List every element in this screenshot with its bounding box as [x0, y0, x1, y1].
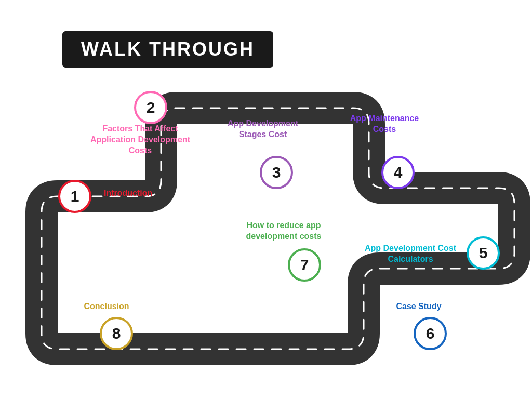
step-3-circle: 3	[260, 156, 293, 189]
step-7-label: How to reduce app development costs	[232, 220, 336, 242]
step-3-label: App Development Stages Cost	[227, 118, 299, 140]
step-6-label: Case Study	[388, 301, 450, 312]
step-5-circle: 5	[467, 236, 500, 270]
step-7-circle: 7	[288, 248, 321, 282]
step-4-circle: 4	[381, 156, 415, 189]
step-6-circle: 6	[414, 317, 447, 350]
step-1-label: Introduction	[104, 188, 152, 199]
step-2-circle: 2	[134, 91, 167, 124]
step-4-label: App Maintenance Costs	[348, 113, 421, 135]
step-8-label: Conclusion	[75, 301, 138, 312]
step-2-label: Factors That Affect Application Developm…	[88, 124, 192, 156]
step-1-circle: 1	[58, 180, 91, 213]
step-5-label: App Development Cost Calculators	[364, 243, 457, 265]
step-8-circle: 8	[100, 317, 133, 350]
